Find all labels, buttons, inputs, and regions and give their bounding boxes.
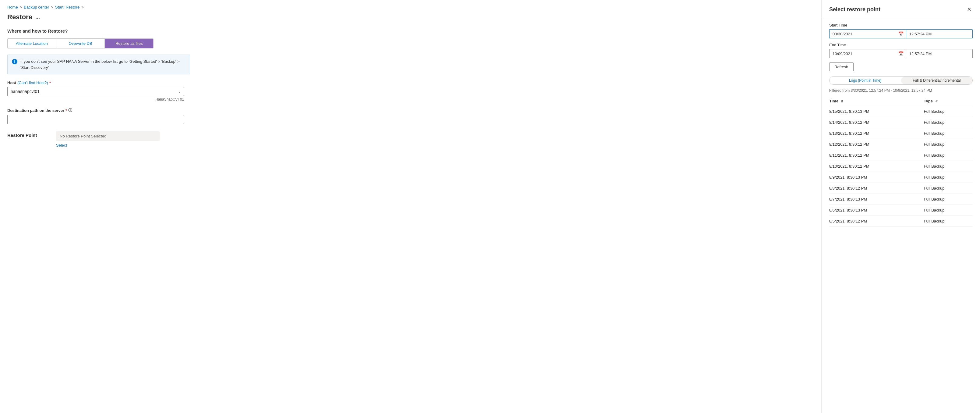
restore-point-type: Full Backup — [924, 150, 973, 161]
host-label-text: Host — [7, 80, 16, 85]
host-hint: HanaSnapCVT01 — [7, 97, 184, 102]
restore-point-type: Full Backup — [924, 183, 973, 194]
breadcrumb-sep2: > — [51, 5, 53, 10]
restore-type-tabs: Alternate Location Overwrite DB Restore … — [7, 38, 154, 48]
restore-point-type: Full Backup — [924, 117, 973, 128]
restore-point-time: 8/15/2021, 8:30:13 PM — [829, 106, 924, 117]
start-date-calendar-button[interactable]: 📅 — [896, 29, 906, 38]
restore-point-type: Full Backup — [924, 205, 973, 216]
host-field-group: Host (Can't find Host?) * hanasnapcvt01 … — [7, 80, 814, 102]
host-required-marker: * — [49, 80, 51, 85]
tab-restore-as-files[interactable]: Restore as files — [105, 39, 153, 48]
table-row[interactable]: 8/9/2021, 8:30:13 PMFull Backup — [829, 172, 973, 183]
end-date-calendar-button[interactable]: 📅 — [896, 49, 906, 58]
restore-point-type: Full Backup — [924, 161, 973, 172]
column-header-time[interactable]: Time ⇵ — [829, 96, 924, 106]
restore-point-time: 8/10/2021, 8:30:12 PM — [829, 161, 924, 172]
restore-point-time: 8/14/2021, 8:30:12 PM — [829, 117, 924, 128]
start-time-group: Start Time 📅 — [829, 23, 973, 38]
restore-point-time: 8/5/2021, 8:30:12 PM — [829, 216, 924, 227]
start-time-label: Start Time — [829, 23, 973, 27]
tab-overwrite-db[interactable]: Overwrite DB — [56, 39, 105, 48]
destination-label: Destination path on the server * ⓘ — [7, 108, 814, 113]
cant-find-host-link[interactable]: (Can't find Host?) — [18, 80, 48, 85]
restore-point-value: No Restore Point Selected — [56, 131, 160, 141]
end-time-input[interactable] — [906, 49, 973, 58]
table-row[interactable]: 8/15/2021, 8:30:13 PMFull Backup — [829, 106, 973, 117]
restore-point-type: Full Backup — [924, 139, 973, 150]
destination-required-marker: * — [65, 108, 67, 113]
panel-header: Select restore point ✕ — [822, 0, 980, 18]
restore-point-type-toggle: Logs (Point in Time) Full & Differential… — [829, 76, 973, 85]
select-restore-point-link[interactable]: Select — [56, 143, 67, 148]
table-row[interactable]: 8/5/2021, 8:30:12 PMFull Backup — [829, 216, 973, 227]
close-panel-button[interactable]: ✕ — [966, 5, 973, 14]
breadcrumb-home[interactable]: Home — [7, 5, 18, 10]
restore-point-type: Full Backup — [924, 128, 973, 139]
start-time-row: 📅 — [829, 29, 973, 38]
table-row[interactable]: 8/6/2021, 8:30:13 PMFull Backup — [829, 205, 973, 216]
restore-point-time: 8/13/2021, 8:30:12 PM — [829, 128, 924, 139]
table-row[interactable]: 8/14/2021, 8:30:12 PMFull Backup — [829, 117, 973, 128]
table-row[interactable]: 8/13/2021, 8:30:12 PMFull Backup — [829, 128, 973, 139]
restore-point-time: 8/9/2021, 8:30:13 PM — [829, 172, 924, 183]
restore-point-type: Full Backup — [924, 106, 973, 117]
restore-point-label: Restore Point — [7, 131, 50, 138]
restore-point-time: 8/8/2021, 8:30:12 PM — [829, 183, 924, 194]
host-label: Host (Can't find Host?) * — [7, 80, 814, 85]
info-icon: i — [12, 59, 18, 64]
filter-text: Filtered from 3/30/2021, 12:57:24 PM - 1… — [829, 88, 973, 92]
restore-point-time: 8/6/2021, 8:30:13 PM — [829, 205, 924, 216]
restore-points-table: Time ⇵ Type ⇵ 8/15/2021, 8:30:13 PMFull … — [829, 96, 973, 227]
host-dropdown[interactable]: hanasnapcvt01 — [7, 87, 184, 96]
left-panel: Home > Backup center > Start: Restore > … — [0, 0, 822, 413]
title-ellipsis-menu[interactable]: ... — [35, 14, 40, 21]
panel-title: Select restore point — [829, 6, 880, 13]
restore-point-type: Full Backup — [924, 172, 973, 183]
host-dropdown-wrap: hanasnapcvt01 ⌄ — [7, 87, 184, 96]
time-sort-icon: ⇵ — [841, 100, 843, 103]
end-time-group: End Time 📅 — [829, 43, 973, 58]
restore-point-time: 8/7/2021, 8:30:13 PM — [829, 194, 924, 205]
toggle-logs[interactable]: Logs (Point in Time) — [829, 77, 901, 85]
destination-label-text: Destination path on the server — [7, 108, 64, 113]
toggle-full-differential[interactable]: Full & Differential/Incremental — [901, 77, 973, 85]
restore-point-section: Restore Point No Restore Point Selected … — [7, 131, 814, 148]
end-time-row: 📅 — [829, 49, 973, 58]
panel-body: Start Time 📅 End Time 📅 Refresh Logs (Po… — [822, 18, 980, 413]
restore-point-time: 8/11/2021, 8:30:12 PM — [829, 150, 924, 161]
breadcrumb-sep1: > — [20, 5, 22, 10]
page-title-row: Restore ... — [7, 13, 814, 21]
info-box: i If you don't see your SAP HANA Server … — [7, 54, 190, 74]
right-panel: Select restore point ✕ Start Time 📅 End … — [822, 0, 980, 413]
start-date-input[interactable] — [829, 29, 896, 38]
section-heading: Where and how to Restore? — [7, 28, 814, 33]
restore-point-type: Full Backup — [924, 194, 973, 205]
tab-alternate-location[interactable]: Alternate Location — [8, 39, 56, 48]
table-row[interactable]: 8/10/2021, 8:30:12 PMFull Backup — [829, 161, 973, 172]
refresh-button[interactable]: Refresh — [829, 62, 854, 71]
page-title: Restore — [7, 13, 32, 21]
type-sort-icon: ⇵ — [935, 100, 938, 103]
end-time-label: End Time — [829, 43, 973, 47]
breadcrumb-sep3: > — [81, 5, 84, 10]
destination-info-icon: ⓘ — [68, 108, 72, 113]
column-header-type[interactable]: Type ⇵ — [924, 96, 973, 106]
restore-point-box: No Restore Point Selected Select — [56, 131, 160, 148]
info-text: If you don't see your SAP HANA Server in… — [21, 59, 186, 70]
table-row[interactable]: 8/7/2021, 8:30:13 PMFull Backup — [829, 194, 973, 205]
restore-point-type: Full Backup — [924, 216, 973, 227]
breadcrumb: Home > Backup center > Start: Restore > — [7, 5, 814, 10]
destination-field-group: Destination path on the server * ⓘ — [7, 108, 814, 124]
restore-point-time: 8/12/2021, 8:30:12 PM — [829, 139, 924, 150]
table-row[interactable]: 8/8/2021, 8:30:12 PMFull Backup — [829, 183, 973, 194]
destination-path-input[interactable] — [7, 115, 184, 124]
breadcrumb-start-restore[interactable]: Start: Restore — [55, 5, 80, 10]
table-row[interactable]: 8/12/2021, 8:30:12 PMFull Backup — [829, 139, 973, 150]
table-row[interactable]: 8/11/2021, 8:30:12 PMFull Backup — [829, 150, 973, 161]
breadcrumb-backup-center[interactable]: Backup center — [24, 5, 49, 10]
start-time-input[interactable] — [906, 29, 973, 38]
end-date-input[interactable] — [829, 49, 896, 58]
